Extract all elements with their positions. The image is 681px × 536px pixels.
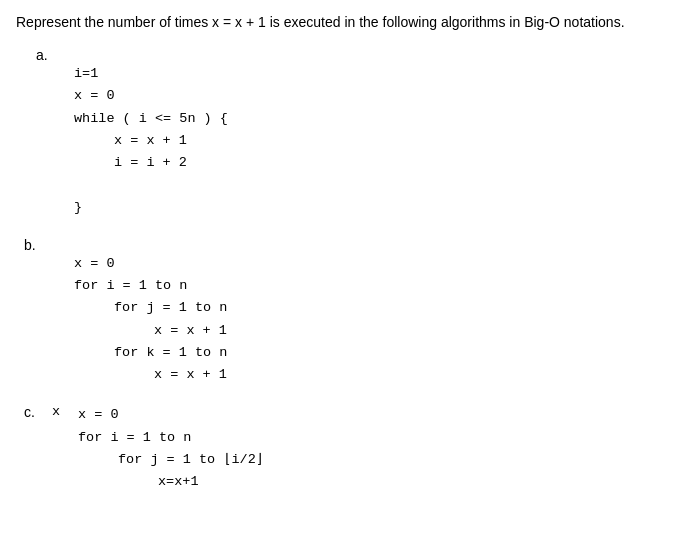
part-c: c. x x = 0 for i = 1 to n for j = 1 to ⌊… bbox=[24, 404, 665, 493]
code-line: x = 0 bbox=[74, 85, 665, 107]
code-line: x = x + 1 bbox=[74, 320, 665, 342]
code-line: x = 0 bbox=[78, 404, 264, 426]
part-b: b. x = 0 for i = 1 to n for j = 1 to n x… bbox=[24, 237, 665, 387]
code-line: for k = 1 to n bbox=[74, 342, 665, 364]
part-b-label: b. bbox=[24, 237, 36, 253]
part-a-label: a. bbox=[36, 47, 48, 63]
code-line: i=1 bbox=[74, 63, 665, 85]
page-container: Represent the number of times x = x + 1 … bbox=[16, 12, 665, 494]
code-line: x=x+1 bbox=[78, 471, 264, 493]
code-line: for i = 1 to n bbox=[74, 275, 665, 297]
code-line: x = 0 bbox=[74, 253, 665, 275]
part-c-wrapper: c. x x = 0 for i = 1 to n for j = 1 to ⌊… bbox=[24, 404, 665, 493]
code-line: x = x + 1 bbox=[74, 364, 665, 386]
code-line-empty bbox=[74, 174, 665, 196]
code-line: for i = 1 to n bbox=[78, 427, 264, 449]
part-a-label-row: a. bbox=[36, 47, 665, 63]
problem-container: a. i=1 x = 0 while ( i <= 5n ) { x = x +… bbox=[16, 47, 665, 494]
part-c-x: x bbox=[52, 404, 72, 419]
part-b-label-row: b. bbox=[24, 237, 665, 253]
part-c-label: c. bbox=[24, 404, 46, 420]
part-b-code: x = 0 for i = 1 to n for j = 1 to n x = … bbox=[24, 253, 665, 387]
code-line: for j = 1 to ⌊i/2⌋ bbox=[78, 449, 264, 471]
intro-text: Represent the number of times x = x + 1 … bbox=[16, 12, 665, 33]
part-a-code: i=1 x = 0 while ( i <= 5n ) { x = x + 1 … bbox=[24, 63, 665, 219]
part-a: a. i=1 x = 0 while ( i <= 5n ) { x = x +… bbox=[24, 47, 665, 219]
code-line: for j = 1 to n bbox=[74, 297, 665, 319]
code-line: while ( i <= 5n ) { bbox=[74, 108, 665, 130]
part-c-code: x = 0 for i = 1 to n for j = 1 to ⌊i/2⌋ … bbox=[78, 404, 264, 493]
code-line: } bbox=[74, 197, 665, 219]
code-line: i = i + 2 bbox=[74, 152, 665, 174]
code-line: x = x + 1 bbox=[74, 130, 665, 152]
